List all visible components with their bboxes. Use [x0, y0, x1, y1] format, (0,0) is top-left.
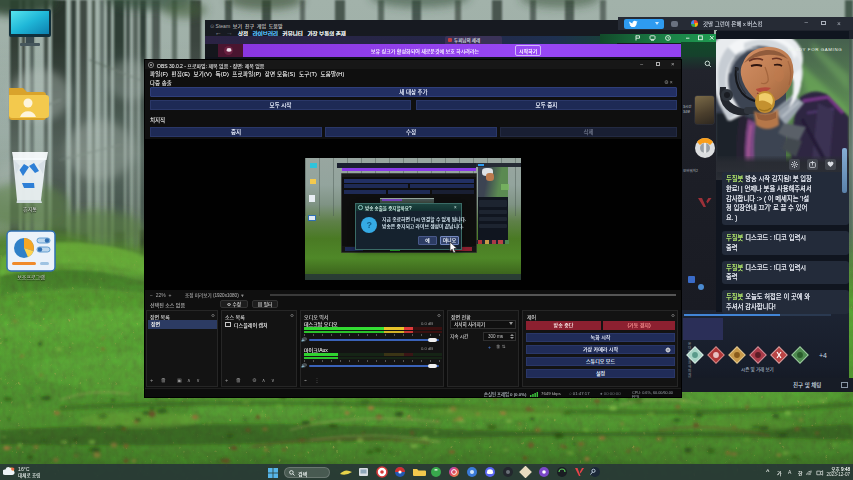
svg-text:+4: +4 [819, 352, 827, 359]
svg-text:READY FOR GAMING: READY FOR GAMING [788, 47, 842, 52]
